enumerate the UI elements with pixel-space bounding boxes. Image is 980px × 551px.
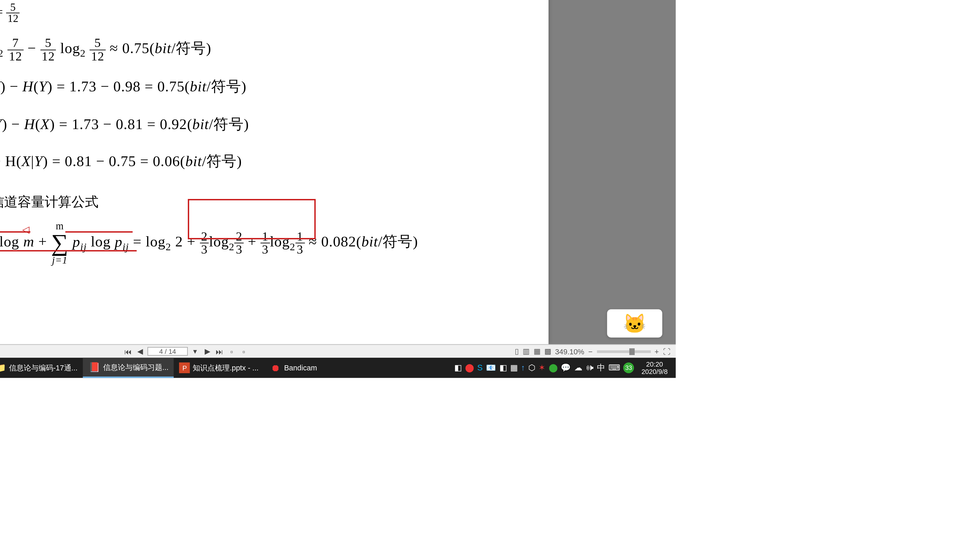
prev-page-button[interactable]: ◀ <box>135 347 145 356</box>
taskbar: ⊞ 🐧 📄 有道 G 🌐Barcelona Boy - G... 🌐 💬微信 🗂… <box>0 358 676 378</box>
task-explorer[interactable]: 📁信息论与编码-17通... <box>0 358 83 378</box>
tray-icon[interactable]: ▦ <box>510 363 517 372</box>
system-tray: ◧ ⬤ S 📧 ◧ ▦ ↑ ⬡ ✶ ⬤ 💬 ☁ 🕪 中 ⌨ 33 20:20 2… <box>454 360 676 375</box>
tray-ime[interactable]: 中 <box>597 362 605 373</box>
page-navigation: ⏮ ◀ 4 / 14 ▾ ▶ ⏭ ▫ ▫ <box>123 347 248 356</box>
view-single-icon[interactable]: ▯ <box>515 347 519 356</box>
fit-page-icon[interactable]: ⛶ <box>663 347 670 355</box>
next-page-button[interactable]: ▶ <box>203 347 212 356</box>
page-dropdown[interactable]: ▾ <box>190 347 200 356</box>
last-page-button[interactable]: ⏭ <box>215 347 224 355</box>
page-input[interactable]: 4 / 14 <box>148 347 188 356</box>
tray-icon[interactable]: 💬 <box>561 363 571 372</box>
task-bandicam[interactable]: ⏺Bandicam <box>264 358 322 378</box>
nav-extra2[interactable]: ▫ <box>239 347 248 355</box>
task-foxit[interactable]: 📕信息论与编码习题... <box>83 358 174 378</box>
view-cont-facing-icon[interactable]: ▩ <box>544 347 551 356</box>
view-cont-icon[interactable]: ▥ <box>523 347 529 356</box>
tray-icon[interactable]: ◧ <box>454 363 462 372</box>
zoom-slider[interactable] <box>597 350 651 353</box>
tray-icon[interactable]: ☁ <box>574 363 582 372</box>
tray-icon[interactable]: ⬤ <box>465 363 474 372</box>
zoom-out-button[interactable]: − <box>588 347 593 355</box>
tray-icon[interactable]: ⬡ <box>528 363 535 372</box>
tray-battery[interactable]: 33 <box>623 362 634 373</box>
tray-icon[interactable]: ↑ <box>521 363 525 372</box>
tray-icon[interactable]: 🕪 <box>586 363 594 372</box>
tray-icon[interactable]: ⬤ <box>549 363 557 372</box>
status-bar: ⏮ ◀ 4 / 14 ▾ ▶ ⏭ ▫ ▫ ▯ ▥ ▦ ▩ 349.10% − +… <box>0 345 676 358</box>
zoom-in-button[interactable]: + <box>655 347 659 355</box>
content-area: ▸ 🔖 ▥ 📋 ≡ 联合概率 p(x0,y0) = 34 × 23 = 12, … <box>0 0 676 345</box>
section-2-heading: （2）根据对称信道容量计算公式 <box>0 189 488 214</box>
view-facing-icon[interactable]: ▦ <box>534 347 540 356</box>
nav-extra1[interactable]: ▫ <box>227 347 236 355</box>
tray-icon[interactable]: 📧 <box>486 363 496 372</box>
tray-keyboard[interactable]: ⌨ <box>608 363 620 372</box>
tray-icon[interactable]: S <box>477 363 483 372</box>
tray-icon[interactable]: ◧ <box>500 363 507 372</box>
first-page-button[interactable]: ⏮ <box>123 347 133 355</box>
tray-icon[interactable]: ✶ <box>538 363 545 372</box>
task-powerpoint[interactable]: P知识点梳理.pptx - ... <box>174 358 264 378</box>
taskbar-clock[interactable]: 20:20 2020/9/8 <box>638 360 672 375</box>
zoom-value: 349.10% <box>555 347 584 355</box>
cat-widget[interactable]: 🐱 <box>607 309 662 338</box>
pdf-page[interactable]: 联合概率 p(x0,y0) = 34 × 23 = 12, p(x0,y1) =… <box>0 0 549 345</box>
